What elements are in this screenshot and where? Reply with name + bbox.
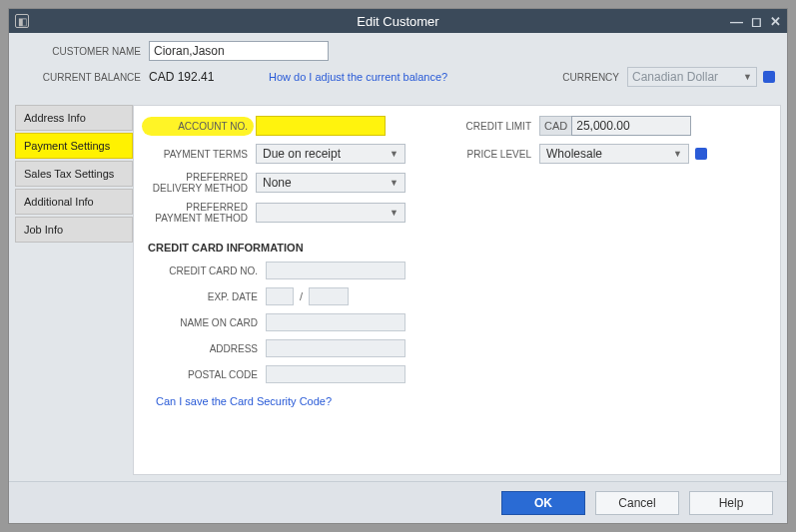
tab-address-info[interactable]: Address Info bbox=[15, 105, 133, 131]
cc-number-input[interactable] bbox=[266, 262, 405, 279]
cc-number-label: CREDIT CARD NO. bbox=[148, 266, 258, 276]
window-title: Edit Customer bbox=[9, 14, 787, 29]
currency-label: CURRENCY bbox=[562, 72, 619, 83]
help-button[interactable]: Help bbox=[689, 491, 773, 515]
cc-address-input[interactable] bbox=[266, 339, 405, 357]
chevron-down-icon: ▼ bbox=[390, 149, 398, 159]
cancel-button[interactable]: Cancel bbox=[595, 491, 679, 515]
payment-method-label: PREFERRED PAYMENT METHOD bbox=[148, 202, 248, 224]
delivery-method-label: PREFERRED DELIVERY METHOD bbox=[148, 172, 248, 194]
cc-name-label: NAME ON CARD bbox=[148, 317, 258, 328]
title-bar: ◧ Edit Customer — ◻ ✕ bbox=[9, 9, 787, 33]
currency-select[interactable]: Canadian Dollar ▼ bbox=[627, 67, 757, 87]
cc-security-link[interactable]: Can I save the Card Security Code? bbox=[156, 395, 447, 407]
currency-info-icon[interactable] bbox=[763, 71, 775, 83]
adjust-balance-link[interactable]: How do I adjust the current balance? bbox=[269, 71, 447, 83]
payment-terms-select[interactable]: Due on receipt ▼ bbox=[256, 144, 405, 164]
tab-job-info[interactable]: Job Info bbox=[15, 217, 133, 243]
chevron-down-icon: ▼ bbox=[743, 72, 752, 82]
chevron-down-icon: ▼ bbox=[390, 178, 398, 188]
account-no-input[interactable] bbox=[256, 116, 386, 136]
cc-postal-label: POSTAL CODE bbox=[148, 369, 258, 380]
payment-method-select[interactable]: ▼ bbox=[256, 203, 405, 223]
minimize-icon[interactable]: — bbox=[730, 14, 743, 29]
cc-exp-month-input[interactable] bbox=[266, 287, 294, 305]
system-menu-icon[interactable]: ◧ bbox=[15, 14, 29, 28]
cc-name-input[interactable] bbox=[266, 313, 405, 331]
footer-bar: OK Cancel Help bbox=[9, 481, 787, 523]
tab-payment-settings[interactable]: Payment Settings bbox=[15, 133, 133, 159]
credit-card-section: CREDIT CARD INFORMATION CREDIT CARD NO. … bbox=[148, 242, 447, 407]
cc-postal-input[interactable] bbox=[266, 365, 405, 383]
customer-name-label: CUSTOMER NAME bbox=[21, 46, 141, 57]
dialog-window: ◧ Edit Customer — ◻ ✕ CUSTOMER NAME CURR… bbox=[8, 8, 788, 524]
tab-additional-info[interactable]: Additional Info bbox=[15, 189, 133, 215]
header-zone: CUSTOMER NAME CURRENT BALANCE CAD 192.41… bbox=[9, 33, 787, 97]
current-balance-value: CAD 192.41 bbox=[149, 70, 239, 84]
sidebar: Address Info Payment Settings Sales Tax … bbox=[15, 105, 133, 475]
cc-address-label: ADDRESS bbox=[148, 343, 258, 354]
maximize-icon[interactable]: ◻ bbox=[751, 14, 762, 29]
delivery-method-select[interactable]: None ▼ bbox=[256, 173, 405, 193]
cc-title: CREDIT CARD INFORMATION bbox=[148, 242, 447, 254]
payment-terms-label: PAYMENT TERMS bbox=[148, 149, 248, 160]
tab-sales-tax-settings[interactable]: Sales Tax Settings bbox=[15, 161, 133, 187]
cc-exp-year-input[interactable] bbox=[309, 287, 349, 305]
chevron-down-icon: ▼ bbox=[390, 208, 398, 218]
ok-button[interactable]: OK bbox=[501, 491, 585, 515]
current-balance-label: CURRENT BALANCE bbox=[21, 72, 141, 83]
account-no-label: ACCOUNT NO. bbox=[148, 121, 248, 132]
cc-exp-label: EXP. DATE bbox=[148, 291, 258, 302]
close-icon[interactable]: ✕ bbox=[770, 14, 781, 29]
currency-value: Canadian Dollar bbox=[632, 70, 718, 84]
delivery-method-value: None bbox=[263, 176, 292, 190]
payment-terms-value: Due on receipt bbox=[263, 147, 341, 161]
customer-name-input[interactable] bbox=[149, 41, 329, 61]
content-panel: ACCOUNT NO. PAYMENT TERMS Due on receipt… bbox=[133, 105, 781, 475]
cc-exp-sep: / bbox=[300, 290, 303, 302]
